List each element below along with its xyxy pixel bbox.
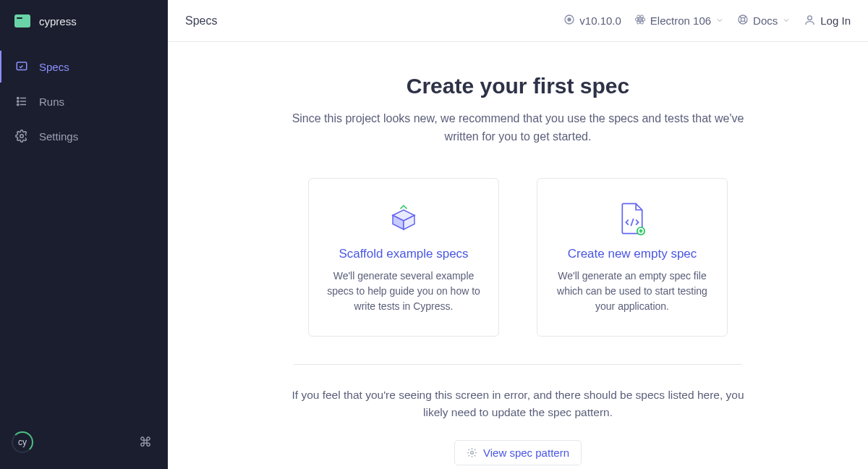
- chevron-down-icon: [715, 14, 724, 27]
- svg-point-15: [471, 451, 474, 454]
- svg-point-4: [20, 135, 24, 138]
- card-desc: We'll generate an empty spec file which …: [552, 269, 712, 314]
- error-hint-text: If you feel that you're seeing this scre…: [286, 386, 749, 421]
- card-title: Scaffold example specs: [323, 247, 484, 261]
- sidebar-item-label: Runs: [39, 96, 64, 108]
- project-icon: [14, 14, 30, 28]
- project-name: cypress: [39, 15, 77, 28]
- settings-icon: [14, 129, 29, 143]
- sidebar-nav: Specs Runs Settings: [0, 42, 168, 152]
- sidebar-item-specs[interactable]: Specs: [6, 51, 162, 83]
- topbar: Specs v10.10.0 Electron 106 Docs: [168, 0, 868, 42]
- subheading: Since this project looks new, we recomme…: [286, 110, 749, 146]
- svg-point-7: [639, 19, 642, 21]
- file-code-icon: [552, 200, 712, 237]
- page-title: Specs: [185, 14, 217, 28]
- content-area: Create your first spec Since this projec…: [168, 42, 868, 469]
- svg-point-8: [635, 17, 644, 21]
- sidebar-item-label: Settings: [39, 130, 78, 143]
- runs-icon: [14, 94, 29, 109]
- card-new-empty-spec[interactable]: Create new empty spec We'll generate an …: [537, 178, 728, 337]
- view-spec-pattern-button[interactable]: View spec pattern: [454, 440, 582, 465]
- docs-text: Docs: [753, 14, 778, 27]
- login-text: Log In: [820, 14, 851, 27]
- card-title: Create new empty spec: [552, 247, 712, 261]
- version-indicator[interactable]: v10.10.0: [563, 14, 621, 28]
- sidebar-item-runs[interactable]: Runs: [6, 85, 162, 117]
- specs-icon: [14, 59, 29, 74]
- card-scaffold-examples[interactable]: Scaffold example specs We'll generate se…: [308, 178, 499, 337]
- box-icon: [323, 200, 484, 237]
- svg-point-2: [17, 101, 19, 102]
- section-divider: [294, 364, 742, 365]
- svg-point-13: [808, 15, 812, 20]
- user-icon: [804, 14, 816, 28]
- version-text: v10.10.0: [579, 14, 621, 27]
- record-icon: [563, 14, 575, 28]
- cypress-badge[interactable]: cy: [12, 431, 33, 453]
- svg-point-3: [17, 103, 19, 105]
- browser-selector[interactable]: Electron 106: [634, 14, 724, 28]
- sidebar-item-settings[interactable]: Settings: [6, 120, 162, 152]
- view-spec-pattern-label: View spec pattern: [483, 447, 569, 459]
- electron-icon: [634, 14, 646, 28]
- lifering-icon: [737, 14, 749, 28]
- browser-text: Electron 106: [650, 14, 711, 27]
- project-switcher[interactable]: cypress: [0, 0, 168, 42]
- docs-link[interactable]: Docs: [737, 14, 791, 28]
- svg-point-12: [741, 17, 744, 21]
- svg-point-1: [17, 97, 19, 98]
- sidebar-footer: cy ⌘: [0, 420, 168, 469]
- svg-point-6: [568, 18, 571, 21]
- gear-icon: [467, 447, 477, 458]
- main-panel: Specs v10.10.0 Electron 106 Docs: [168, 0, 868, 469]
- login-button[interactable]: Log In: [804, 14, 851, 28]
- keyboard-shortcuts-icon[interactable]: ⌘: [139, 434, 152, 450]
- sidebar-item-label: Specs: [39, 61, 69, 73]
- chevron-down-icon: [782, 14, 791, 27]
- heading: Create your first spec: [197, 74, 839, 98]
- spec-cards: Scaffold example specs We'll generate se…: [197, 178, 839, 337]
- card-desc: We'll generate several example specs to …: [323, 269, 484, 314]
- sidebar: cypress Specs Runs Settings cy ⌘: [0, 0, 168, 469]
